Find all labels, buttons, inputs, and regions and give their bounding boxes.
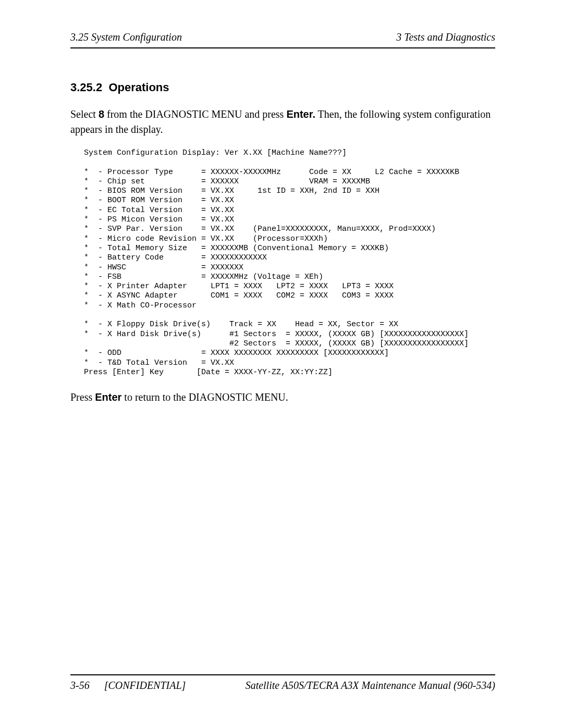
intro-paragraph: Select 8 from the DIAGNOSTIC MENU and pr…: [70, 107, 495, 137]
footer-left: 3-56 [CONFIDENTIAL]: [70, 680, 186, 692]
intro-key-enter: Enter.: [286, 108, 315, 120]
footer-manual-title: Satellite A50S/TECRA A3X Maintenance Man…: [246, 680, 495, 692]
section-number: 3.25.2: [70, 81, 102, 94]
outro-post: to return to the DIAGNOSTIC MENU.: [121, 391, 288, 403]
section-heading: 3.25.2 Operations: [70, 81, 495, 94]
intro-key-8: 8: [99, 108, 104, 120]
footer-page-number: 3-56: [70, 680, 90, 692]
intro-mid: from the DIAGNOSTIC MENU and press: [104, 108, 286, 120]
system-configuration-display: System Configuration Display: Ver X.XX […: [84, 149, 495, 377]
intro-pre: Select: [70, 108, 99, 120]
outro-key-enter: Enter: [95, 391, 121, 403]
footer-confidential: [CONFIDENTIAL]: [104, 680, 186, 692]
header-left: 3.25 System Configuration: [70, 31, 182, 43]
page-header: 3.25 System Configuration 3 Tests and Di…: [70, 31, 495, 48]
outro-pre: Press: [70, 391, 95, 403]
outro-paragraph: Press Enter to return to the DIAGNOSTIC …: [70, 390, 495, 405]
header-right: 3 Tests and Diagnostics: [396, 31, 495, 43]
page-footer: 3-56 [CONFIDENTIAL] Satellite A50S/TECRA…: [70, 674, 495, 692]
section-title: Operations: [108, 81, 169, 94]
